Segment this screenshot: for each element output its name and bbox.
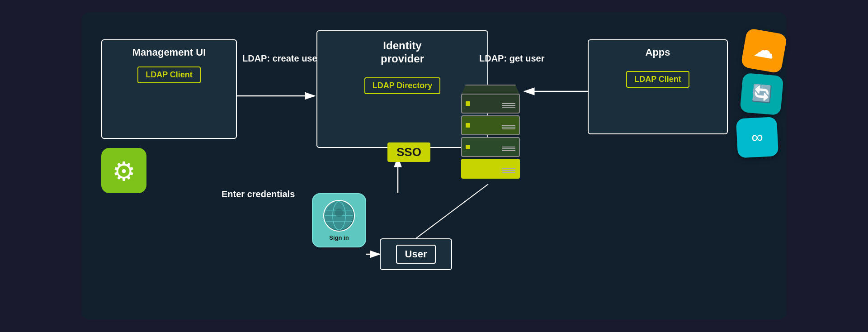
apps-title: Apps bbox=[589, 40, 727, 62]
management-ui-box: Management UI LDAP Client bbox=[101, 39, 237, 139]
server-unit-4 bbox=[461, 159, 520, 179]
server-stripe-3 bbox=[502, 147, 515, 147]
apps-ldap-client-label: LDAP Client bbox=[626, 71, 689, 88]
idp-ldap-directory-label: LDAP Directory bbox=[364, 77, 441, 94]
sync-icon: 🔄 bbox=[740, 72, 783, 115]
user-label: User bbox=[396, 245, 436, 264]
apps-box: Apps LDAP Client bbox=[588, 39, 728, 134]
server-stripe-2 bbox=[502, 125, 515, 126]
server-unit-3 bbox=[461, 137, 520, 157]
svg-line-6 bbox=[416, 184, 488, 238]
mgmt-ldap-client-label: LDAP Client bbox=[137, 66, 201, 83]
diagram-container: Management UI LDAP Client LDAP: create u… bbox=[81, 12, 787, 320]
app-icons-stack: ☁ 🔄 ∞ bbox=[732, 30, 787, 157]
sso-badge: SSO bbox=[387, 142, 430, 162]
user-box: User bbox=[380, 238, 452, 270]
server-stripe-1 bbox=[502, 103, 515, 104]
management-ui-title: Management UI bbox=[102, 40, 236, 62]
idp-title: Identityprovider bbox=[317, 31, 487, 69]
nextcloud-icon: ☁ bbox=[741, 28, 788, 74]
gear-icon: ⚙ bbox=[101, 148, 146, 193]
cloud2-icon: ∞ bbox=[736, 117, 778, 158]
ldap-create-label: LDAP: create user bbox=[242, 53, 321, 64]
server-unit-2 bbox=[461, 115, 520, 135]
signin-label: Sign in bbox=[329, 234, 349, 241]
server-stripe-4 bbox=[502, 168, 515, 169]
svg-text:⚙: ⚙ bbox=[112, 157, 136, 186]
signin-globe bbox=[323, 200, 355, 232]
signin-card: Sign in bbox=[312, 193, 366, 247]
ldap-get-label: LDAP: get user bbox=[479, 53, 544, 64]
svg-point-14 bbox=[335, 208, 344, 217]
server-unit-1 bbox=[461, 94, 520, 114]
server-stack bbox=[461, 94, 520, 184]
enter-credentials-label: Enter credentials bbox=[222, 189, 295, 200]
